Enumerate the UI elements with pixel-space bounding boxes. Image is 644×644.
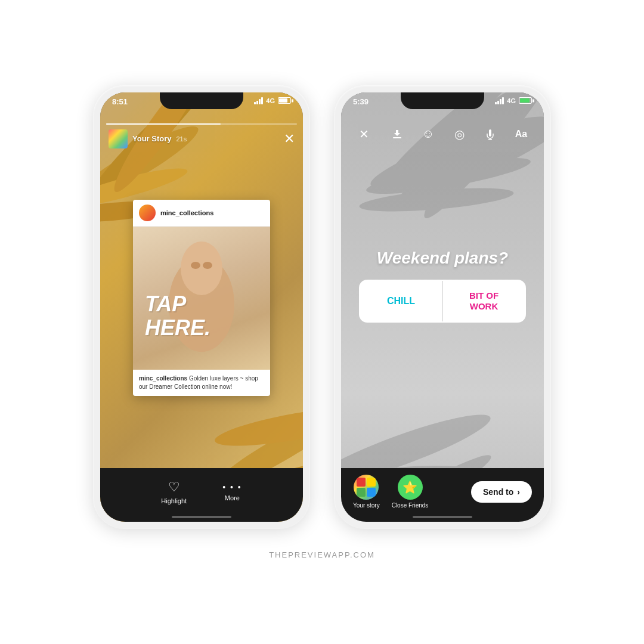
post-image: TAP HERE. [133, 227, 270, 370]
post-card[interactable]: minc_collections TAP HERE [133, 200, 270, 396]
battery-fill-phone2 [520, 98, 530, 103]
your-story-label: Your story [353, 502, 380, 509]
story-username: Your Story [132, 134, 172, 143]
svg-point-11 [191, 262, 200, 269]
audio-icon[interactable] [479, 123, 501, 145]
notch-phone2 [401, 92, 484, 109]
footer-url: THEPREVIEWAPP.COM [269, 550, 375, 559]
close-friends-icon: ⭐ [398, 475, 423, 500]
network-phone1: 4G [266, 97, 275, 104]
battery-fill-phone1 [279, 98, 287, 103]
phone2-editor-screen: 5:39 4G [341, 92, 544, 522]
toolbar-actions: ☺ ◎ Aa [386, 123, 532, 145]
svg-rect-23 [393, 137, 401, 138]
home-indicator-phone2 [413, 516, 472, 518]
phone2-screen: 5:39 4G [341, 92, 544, 522]
story-close-button[interactable]: ✕ [284, 131, 295, 147]
svg-point-12 [203, 262, 212, 269]
story-user-info[interactable]: Your Story 21s [109, 129, 187, 148]
close-button-editor[interactable]: ✕ [353, 123, 374, 145]
status-right-phone1: 4G [254, 97, 291, 104]
phone1: 8:51 4G [93, 85, 310, 529]
close-friends-option[interactable]: ⭐ Close Friends [392, 475, 429, 509]
battery-icon-phone2 [519, 97, 532, 104]
more-button[interactable]: • • • More [222, 482, 242, 501]
status-right-phone2: 4G [495, 97, 532, 104]
more-label: More [225, 494, 240, 501]
tap-here-text: TAP HERE. [145, 292, 210, 339]
poll-question: Weekend plans? [359, 249, 526, 268]
emoji-icon[interactable]: ☺ [417, 123, 439, 145]
phone1-bottom-bar: ♡ Highlight • • • More [100, 468, 303, 522]
send-chevron-icon: › [517, 487, 520, 497]
time-phone1: 8:51 [112, 97, 128, 106]
post-username: minc_collections [160, 209, 213, 216]
highlight-button[interactable]: ♡ Highlight [161, 479, 187, 504]
more-icon: • • • [222, 482, 242, 492]
send-to-button[interactable]: Send to › [471, 481, 532, 503]
post-caption: minc_collections Golden luxe layers ~ sh… [133, 370, 270, 396]
poll-options: CHILL BIT OFWORK [359, 280, 526, 323]
preview-grid-icon [357, 478, 376, 497]
notch-phone1 [160, 92, 243, 109]
close-friends-label: Close Friends [392, 502, 429, 509]
signal-icon-phone2 [495, 97, 504, 104]
your-story-icon [354, 475, 379, 500]
battery-icon-phone1 [278, 97, 291, 104]
story-user-text: Your Story [132, 134, 172, 143]
poll-option-work-text: BIT OFWORK [469, 290, 499, 312]
story-avatar [109, 129, 128, 148]
time-phone2: 5:39 [353, 97, 369, 106]
network-phone2: 4G [507, 97, 516, 104]
send-to-label: Send to [483, 487, 513, 497]
editor-toolbar: ✕ ☺ ◎ [341, 119, 544, 150]
home-indicator-phone1 [172, 516, 231, 518]
story-header: Your Story 21s ✕ [100, 119, 303, 153]
phone1-story-screen: 8:51 4G [100, 92, 303, 522]
phone1-screen: 8:51 4G [100, 92, 303, 522]
post-card-header: minc_collections [133, 200, 270, 227]
download-icon[interactable] [386, 123, 408, 145]
phone2: 5:39 4G [334, 85, 551, 529]
story-time: 21s [177, 135, 187, 143]
face-effect-icon[interactable]: ◎ [448, 123, 470, 145]
poll-option-work[interactable]: BIT OFWORK [443, 281, 525, 321]
phone2-bottom-bar: Your story ⭐ Close Friends Send to › [341, 468, 544, 522]
poll-widget[interactable]: Weekend plans? CHILL BIT OFWORK [359, 249, 526, 323]
text-tool-icon[interactable]: Aa [510, 123, 532, 145]
highlight-label: Highlight [161, 497, 187, 504]
signal-icon-phone1 [254, 97, 263, 104]
poll-option-chill[interactable]: CHILL [360, 281, 443, 321]
story-destination-options: Your story ⭐ Close Friends [353, 475, 428, 509]
post-avatar [139, 205, 156, 221]
svg-point-10 [181, 242, 222, 295]
highlight-icon: ♡ [168, 479, 180, 495]
your-story-option[interactable]: Your story [353, 475, 380, 509]
